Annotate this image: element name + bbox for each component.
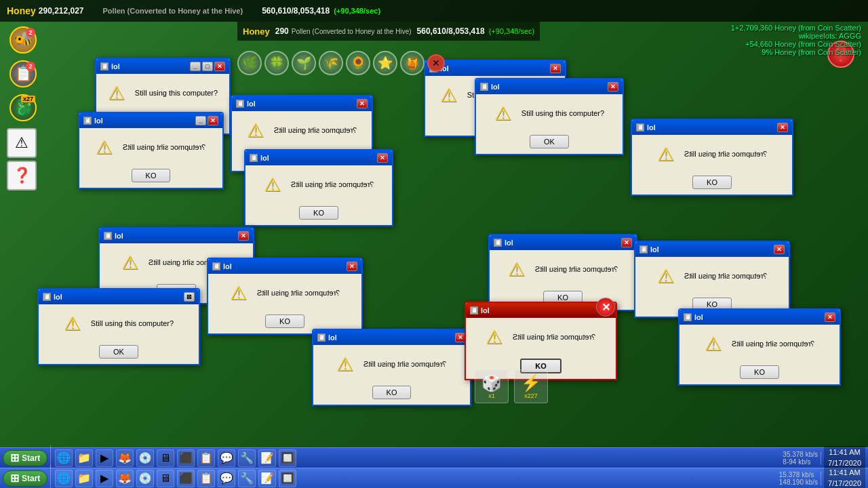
taskbar-app4-icon[interactable]: 📝 xyxy=(258,449,276,467)
taskbar-app3-icon[interactable]: 🔧 xyxy=(238,449,256,467)
game-icon-5[interactable]: 🌻 xyxy=(346,51,370,75)
taskbar2-computer-icon[interactable]: 🖥 xyxy=(157,470,174,487)
dialog-3-ko[interactable]: KO xyxy=(299,206,338,220)
dialog-7-icon: 🖥 xyxy=(636,123,644,131)
taskbar-firefox-icon[interactable]: 🦊 xyxy=(116,449,134,467)
dialog-3-close[interactable]: ✕ xyxy=(377,153,388,163)
dialog-4-close[interactable]: ✕ xyxy=(208,116,218,125)
dialog-13-content: ?retupmoc siht gnisu llitS xyxy=(635,257,789,295)
dialog-13: 🖥 lol ✕ ?retupmoc siht gnisu llitS KO xyxy=(634,241,790,318)
dialog-15-ko[interactable]: KO xyxy=(740,365,779,379)
game-icon-7[interactable]: 🍯 xyxy=(400,51,425,75)
dialog-15-text: ?retupmoc siht gnisu llitS xyxy=(732,340,814,348)
dialog-15-close[interactable]: ✕ xyxy=(825,312,835,322)
dialog-9-special[interactable]: ⊠ xyxy=(184,292,195,302)
taskbar2-firefox-icon[interactable]: 🦊 xyxy=(116,470,134,487)
rate-value: (+90,348/sec) xyxy=(334,7,380,15)
game-hud-icons: 🌿 🍀 🌱 🌾 🌻 ⭐ 🍯 ✕ xyxy=(237,51,445,75)
dialog-7-title-left: 🖥 lol xyxy=(636,123,656,131)
dialog-13-icon: 🖥 xyxy=(639,245,648,253)
taskbar2-app2-icon[interactable]: 💬 xyxy=(218,470,235,487)
game-icon-2[interactable]: 🍀 xyxy=(264,51,289,75)
dialog-4-minimize[interactable]: _ xyxy=(195,116,206,125)
dialog-7-content: ?retupmoc siht gnisu llitS xyxy=(632,135,792,173)
dialog-12-title-left: 🖥 lol xyxy=(494,239,513,247)
notifications-panel: 1+2,709,360 Honey (from Coin Scatter) wi… xyxy=(731,24,861,56)
dialog-11-ko[interactable]: KO xyxy=(372,386,412,399)
dialog-2-close[interactable]: ✕ xyxy=(357,99,368,108)
dialog-7-message: ?retupmoc siht gnisu llitS xyxy=(657,143,767,165)
taskbar2-app4-icon[interactable]: 📝 xyxy=(258,470,276,487)
dialog-2-content: ?retupmoc siht gnisu llitS xyxy=(232,111,372,149)
dialog-12-close[interactable]: ✕ xyxy=(621,238,632,247)
start-button[interactable]: ⊞ Start xyxy=(3,450,47,466)
game-icon-1[interactable]: 🌿 xyxy=(237,51,262,75)
collectible-1: 🎲 x1 xyxy=(475,369,509,403)
game-icon-3[interactable]: 🌱 xyxy=(292,51,316,75)
dialog-4-ko[interactable]: KO xyxy=(132,169,171,182)
taskbar2-app5-icon[interactable]: 🔲 xyxy=(279,470,296,487)
dialog-12-content: ?retupmoc siht gnisu llitS xyxy=(490,250,636,288)
taskbar-folder-icon[interactable]: 📁 xyxy=(75,449,93,467)
taskbar-app5-icon[interactable]: 🔲 xyxy=(279,449,296,467)
taskbar-app2-icon[interactable]: 💬 xyxy=(218,449,235,467)
taskbar2-media-icon[interactable]: ▶ xyxy=(96,470,113,487)
dialog-12-controls: ✕ xyxy=(621,238,632,247)
dialog-7-close[interactable]: ✕ xyxy=(777,123,788,132)
taskbar-tray2: 15.378 kb/s148.190 kb/s 11:41 AM 7/17/20… xyxy=(779,466,865,488)
taskbar2-app1-icon[interactable]: 📋 xyxy=(197,470,215,487)
game-icon-4[interactable]: 🌾 xyxy=(319,51,343,75)
taskbar-disk-icon[interactable]: 💿 xyxy=(136,449,154,467)
dialog-1-maximize[interactable]: □ xyxy=(202,62,213,71)
taskbar2-app3-icon[interactable]: 🔧 xyxy=(238,470,256,487)
dialog-6-close[interactable]: ✕ xyxy=(608,82,618,92)
badge-2: 2 xyxy=(26,28,35,37)
start-button2[interactable]: ⊞ Start xyxy=(3,470,47,487)
dialog-6-ok[interactable]: OK xyxy=(530,135,569,148)
dialog-10-close[interactable]: ✕ xyxy=(347,262,357,271)
notification-3: +54,660 Honey (from Coin Scatter) xyxy=(731,40,861,48)
avatar3-container: 🐉 x27 xyxy=(7,94,37,124)
dialog-15-controls: ✕ xyxy=(825,312,835,322)
dialog-14-controls: ✕ xyxy=(593,301,612,320)
dialog-1-close[interactable]: ✕ xyxy=(214,62,225,71)
clock-time2: 11:41 AM xyxy=(828,468,861,478)
taskbar-computer-icon[interactable]: 🖥 xyxy=(157,449,174,467)
pollen-label: Pollen (Converted to Honey at the Hive) xyxy=(103,7,243,15)
taskbar-app1-icon[interactable]: 📋 xyxy=(197,449,215,467)
dialog-5-close[interactable]: ✕ xyxy=(550,64,561,73)
dialog-13-close[interactable]: ✕ xyxy=(774,245,785,254)
hud-big-number: 560,610/8,053,418 (+90,348/sec) xyxy=(262,6,380,16)
notification-4: 9% Honey (from Coin Scatter) xyxy=(731,48,861,56)
dialog-9-ok[interactable]: OK xyxy=(99,345,138,359)
taskbar2-folder-icon[interactable]: 📁 xyxy=(75,470,93,487)
taskbar2-ie-icon[interactable]: 🌐 xyxy=(55,470,73,487)
game-icon-6[interactable]: ⭐ xyxy=(373,51,397,75)
dialog-7-titlebar: 🖥 lol ✕ xyxy=(632,120,792,135)
hud-bar: Honey 290,212,027 Pollen (Converted to H… xyxy=(0,0,868,22)
taskbar-media-icon[interactable]: ▶ xyxy=(96,449,113,467)
taskbar2-cmd-icon[interactable]: ⬛ xyxy=(177,470,195,487)
taskbar-cmd-icon[interactable]: ⬛ xyxy=(177,449,195,467)
hud-pollen-section: Pollen (Converted to Honey at the Hive) xyxy=(103,7,243,15)
dialog-12-message: ?retupmoc siht gnisu llitS xyxy=(508,258,618,280)
close-game-icon[interactable]: ✕ xyxy=(427,54,445,72)
taskbar2-disk-icon[interactable]: 💿 xyxy=(136,470,154,487)
dialog-4-titlebar: 🖥 lol _ ✕ xyxy=(79,113,222,128)
dialog-9-footer: OK xyxy=(39,342,199,364)
dialog-5-titlebar: 🖥 lol ✕ xyxy=(425,61,565,76)
dialog-7-ko[interactable]: KO xyxy=(692,176,732,189)
dialog-6: 🖥 lol ✕ Still using this computer? OK xyxy=(475,78,624,155)
dialog-10-ko[interactable]: KO xyxy=(265,314,304,328)
dialog-6-content: Still using this computer? xyxy=(476,94,623,132)
dialog-9-title-left: 🖥 lol xyxy=(43,293,62,301)
collectible-2: ⚡ x227 xyxy=(514,369,548,403)
dialog-15-title-left: 🖥 lol xyxy=(684,313,703,321)
dialog-8-close[interactable]: ✕ xyxy=(238,231,249,241)
dialog-1-minimize[interactable]: _ xyxy=(190,62,201,71)
dialog-6-controls: ✕ xyxy=(608,82,618,92)
dialog-14-close[interactable]: ✕ xyxy=(596,298,615,317)
taskbar-ie-icon[interactable]: 🌐 xyxy=(55,449,73,467)
dialog-2-text: ?retupmoc siht gnisu llitS xyxy=(274,126,357,134)
dialog-6-titlebar: 🖥 lol ✕ xyxy=(476,79,623,94)
